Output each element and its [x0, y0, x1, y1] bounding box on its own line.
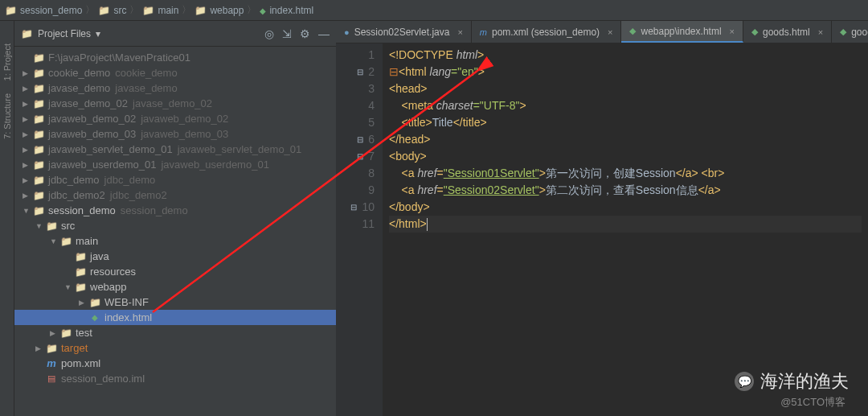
tree-item[interactable]: F:\javaProject\MavenPratice01 — [14, 50, 336, 65]
sub-watermark: @51CTO博客 — [780, 395, 845, 410]
tree-item[interactable]: ▶javaweb_userdemo_01javaweb_userdemo_01 — [14, 157, 336, 172]
folder-icon — [59, 327, 72, 339]
tab-icon: ◆ — [840, 27, 846, 37]
folder-icon — [32, 52, 45, 64]
folder-icon — [32, 68, 45, 79]
tab-icon: m — [480, 27, 487, 37]
code-editor[interactable]: 1⊟2345⊟6⊟789⊟1011 <!DOCTYPE html>⊟<html … — [336, 43, 868, 416]
crumb-src[interactable]: src — [98, 5, 126, 16]
folder-icon — [74, 282, 87, 293]
editor-tab[interactable]: ◆webapp\index.html× — [621, 21, 743, 43]
close-icon[interactable]: × — [457, 27, 462, 37]
target-icon[interactable]: ◎ — [264, 27, 274, 40]
tree-item[interactable]: ▶WEB-INF — [14, 294, 336, 310]
tree-item[interactable]: ▼src — [14, 218, 336, 233]
folder-icon — [32, 175, 45, 186]
folder-icon — [74, 251, 87, 262]
folder-icon — [45, 343, 58, 354]
crumb-index-html[interactable]: index.html — [260, 5, 313, 16]
tree-item[interactable]: ▶target — [14, 340, 336, 356]
tree-item[interactable]: ▶javase_demo_02javase_demo_02 — [14, 96, 336, 111]
tree-item[interactable]: ▼session_demosession_demo — [14, 203, 336, 218]
tree-item[interactable]: ▼main — [14, 233, 336, 249]
gutter: 1⊟2345⊟6⊟789⊟1011 — [336, 43, 383, 416]
tree-item[interactable]: index.html — [14, 310, 336, 325]
tab-icon: ● — [344, 27, 350, 37]
html-icon — [88, 313, 101, 322]
tree-item[interactable]: resources — [14, 264, 336, 279]
folder-icon — [142, 5, 154, 16]
folder-icon — [194, 5, 207, 16]
code-area[interactable]: <!DOCTYPE html>⊟<html lang="en"><head> <… — [383, 43, 868, 416]
folder-icon — [32, 144, 45, 155]
html-icon — [260, 5, 266, 16]
sidebar-tab-project[interactable]: 1: Project — [1, 37, 14, 87]
folder-icon — [32, 159, 45, 171]
tree-item[interactable]: ▶jdbc_demo2jdbc_demo2 — [14, 187, 336, 203]
left-tool-sidebar: 1: Project 7: Structure — [0, 21, 14, 416]
file-icon — [45, 373, 58, 384]
dropdown-icon: ▾ — [96, 28, 100, 39]
tree-item[interactable]: ▶javaweb_demo_02javaweb_demo_02 — [14, 111, 336, 126]
close-icon[interactable]: × — [730, 27, 735, 36]
panel-title[interactable]: Project Files ▾ — [21, 28, 100, 39]
tree-item[interactable]: ▼webapp — [14, 279, 336, 294]
tree-item[interactable]: ▶jdbc_demojdbc_demo — [14, 172, 336, 187]
folder-icon — [32, 205, 45, 216]
editor-tab-bar: ●Session02Servlet.java×mpom.xml (session… — [336, 21, 868, 43]
folder-icon — [21, 28, 33, 39]
tree-item[interactable]: ▶javaweb_demo_03javaweb_demo_03 — [14, 126, 336, 142]
folder-icon — [32, 113, 45, 125]
tree-view[interactable]: F:\javaProject\MavenPratice01▶cookie_dem… — [14, 47, 336, 416]
tree-item[interactable]: session_demo.iml — [14, 371, 336, 386]
tab-icon: ◆ — [751, 27, 758, 37]
folder-icon — [32, 129, 45, 140]
folder-icon — [5, 5, 17, 16]
editor-tab[interactable]: ◆goods.html× — [743, 21, 832, 43]
wechat-icon: 💬 — [735, 372, 754, 391]
folder-icon — [98, 5, 110, 16]
tree-item[interactable]: ▶javaweb_servlet_demo_01javaweb_servlet_… — [14, 142, 336, 157]
close-icon[interactable]: × — [818, 27, 823, 37]
sidebar-tab-structure[interactable]: 7: Structure — [1, 87, 14, 146]
breadcrumb: session_demo〉 src〉 main〉 webapp〉 index.h… — [0, 0, 868, 21]
editor-tab[interactable]: mpom.xml (session_demo)× — [472, 21, 622, 43]
tree-item[interactable]: ▶test — [14, 325, 336, 340]
tree-item[interactable]: ▶cookie_democookie_demo — [14, 65, 336, 80]
folder-icon — [45, 220, 58, 232]
tree-item[interactable]: java — [14, 249, 336, 264]
maven-icon — [45, 357, 58, 369]
folder-icon — [74, 266, 87, 278]
watermark: 💬 海洋的渔夫 — [735, 369, 849, 393]
crumb-webapp[interactable]: webapp — [194, 5, 244, 16]
collapse-icon[interactable]: ⇲ — [282, 27, 292, 40]
hide-icon[interactable]: — — [318, 27, 330, 40]
tree-item[interactable]: pom.xml — [14, 356, 336, 371]
tab-icon: ◆ — [629, 26, 636, 36]
editor-tab[interactable]: ●Session02Servlet.java× — [336, 21, 472, 43]
panel-header: Project Files ▾ ◎ ⇲ ⚙ — — [14, 21, 336, 47]
folder-icon — [32, 83, 45, 94]
crumb-session-demo[interactable]: session_demo — [5, 5, 82, 16]
gear-icon[interactable]: ⚙ — [300, 27, 310, 40]
tree-item[interactable]: ▶javase_demojavase_demo — [14, 80, 336, 96]
folder-icon — [59, 236, 72, 247]
project-panel: Project Files ▾ ◎ ⇲ ⚙ — F:\javaProject\M… — [14, 21, 336, 416]
folder-icon — [32, 190, 45, 201]
close-icon[interactable]: × — [608, 27, 612, 37]
folder-icon — [88, 297, 101, 308]
crumb-main[interactable]: main — [142, 5, 178, 16]
folder-icon — [32, 98, 45, 109]
editor-tab[interactable]: ◆goods2.ht× — [832, 21, 868, 43]
